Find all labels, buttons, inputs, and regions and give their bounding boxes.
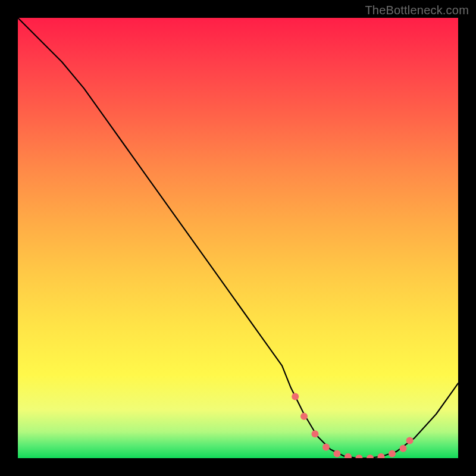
highlight-dot [367, 455, 374, 458]
highlight-dot [406, 437, 414, 444]
highlight-dot [300, 413, 308, 420]
chart-frame: TheBottleneck.com [0, 0, 476, 476]
highlight-dot [389, 450, 396, 458]
highlight-dot [334, 450, 341, 458]
highlight-dot [400, 445, 407, 452]
highlight-dot [378, 453, 385, 458]
watermark-text: TheBottleneck.com [365, 4, 469, 17]
bottleneck-curve [18, 18, 458, 458]
highlight-dot [322, 444, 330, 451]
gradient-plot-area [18, 18, 458, 458]
highlight-dot [356, 455, 363, 458]
highlight-dot [345, 453, 352, 458]
highlight-dot [312, 430, 319, 437]
highlight-dot [292, 393, 299, 400]
